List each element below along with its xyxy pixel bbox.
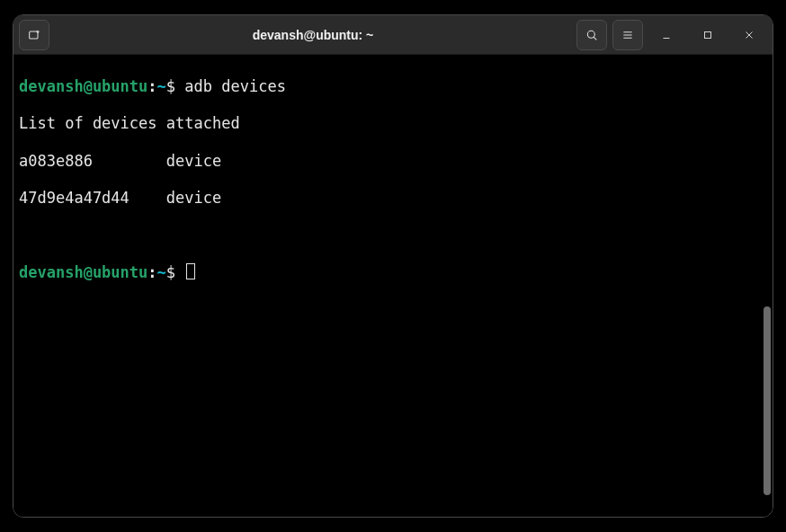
- new-tab-button[interactable]: [19, 20, 49, 50]
- prompt-sep: :: [147, 263, 156, 281]
- maximize-icon: [701, 29, 714, 41]
- output-header: List of devices attached: [19, 114, 767, 133]
- minimize-icon: [660, 29, 673, 41]
- close-icon: [743, 29, 755, 41]
- cursor: [186, 263, 195, 279]
- hamburger-icon: [621, 28, 635, 42]
- close-button[interactable]: [731, 20, 767, 50]
- device-row-0: a083e886 device: [19, 152, 767, 171]
- prompt-dollar: $: [166, 263, 175, 281]
- terminal-window: devansh@ubuntu: ~ devansh@ubuntu:~$ adb …: [13, 14, 773, 518]
- new-tab-icon: [27, 28, 41, 42]
- svg-point-1: [587, 31, 594, 38]
- titlebar: devansh@ubuntu: ~: [13, 15, 773, 55]
- prompt-line-1: devansh@ubuntu:~$ adb devices: [19, 77, 767, 96]
- search-button[interactable]: [576, 20, 607, 50]
- device-serial: 47d9e4a47d44: [19, 189, 130, 207]
- prompt-user: devansh@ubuntu: [19, 263, 147, 281]
- search-icon: [585, 28, 599, 42]
- titlebar-right: [576, 20, 767, 50]
- terminal-body[interactable]: devansh@ubuntu:~$ adb devices List of de…: [13, 55, 773, 517]
- prompt-dollar: $: [166, 77, 175, 95]
- window-title: devansh@ubuntu: ~: [49, 28, 576, 42]
- scrollbar-thumb[interactable]: [764, 306, 771, 495]
- device-row-1: 47d9e4a47d44 device: [19, 189, 767, 208]
- svg-rect-0: [30, 31, 38, 39]
- minimize-button[interactable]: [648, 20, 684, 50]
- device-state: device: [166, 152, 221, 170]
- device-state: device: [166, 189, 221, 207]
- command-text: adb devices: [184, 77, 286, 95]
- svg-rect-2: [705, 31, 711, 38]
- maximize-button[interactable]: [690, 20, 726, 50]
- prompt-user: devansh@ubuntu: [19, 77, 147, 95]
- prompt-line-2: devansh@ubuntu:~$: [19, 263, 767, 282]
- prompt-path: ~: [157, 77, 166, 95]
- blank-line: [19, 226, 767, 245]
- device-serial: a083e886: [19, 152, 93, 170]
- prompt-sep: :: [147, 77, 156, 95]
- titlebar-left: [19, 20, 49, 50]
- menu-button[interactable]: [612, 20, 643, 50]
- prompt-path: ~: [157, 263, 166, 281]
